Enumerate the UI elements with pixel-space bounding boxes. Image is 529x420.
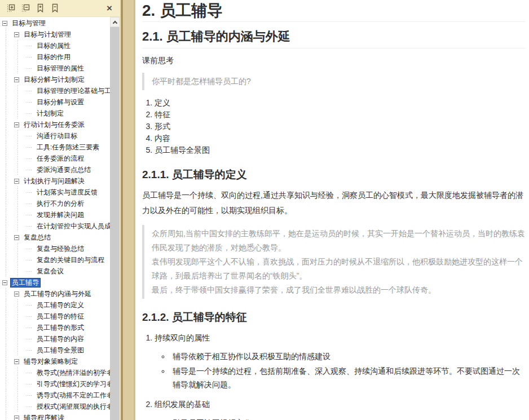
tree-item-label[interactable]: 目标管理的理论基础与工具 — [35, 86, 110, 96]
tree-item[interactable]: 目标与计划管理 — [0, 29, 110, 40]
tree-item-label[interactable]: 发现并解决问题 — [35, 210, 86, 220]
tree-guide-line — [2, 232, 14, 243]
tree-item-label[interactable]: 目标管理的属性 — [35, 64, 86, 73]
tree-item[interactable]: 目标与管理 — [0, 17, 110, 29]
tree-item[interactable]: 目标的属性 — [0, 40, 110, 51]
tree-guide-line — [14, 130, 26, 142]
tree-item[interactable]: 辅导程序解读 — [0, 412, 110, 420]
tree-item-label[interactable]: 复盘会议 — [35, 267, 65, 276]
tree-item[interactable]: 员工辅导的形式 — [0, 322, 110, 333]
tree-item[interactable]: 计划落实与进度反馈 — [0, 187, 110, 198]
collapse-box-icon[interactable] — [14, 235, 19, 240]
tree-item[interactable]: 沟通行动目标 — [0, 130, 110, 142]
tree-item[interactable]: 任务委派的流程 — [0, 153, 110, 164]
tree-item[interactable]: 目标的作用 — [0, 51, 110, 63]
tree-item-label[interactable]: 授权式(渴望展现的执行者) — [35, 402, 110, 412]
collapse-box-icon[interactable] — [14, 32, 19, 37]
tree-item-label[interactable]: 辅导程序解读 — [22, 413, 66, 420]
tree-item[interactable]: 复盘会议 — [0, 266, 110, 277]
tree-item-label[interactable]: 执行不力的分析 — [35, 199, 86, 209]
tree-item[interactable]: 复盘的关键目的与流程 — [0, 254, 110, 266]
tree-item-label[interactable]: 目标与管理 — [10, 19, 47, 28]
tree-item-label[interactable]: 目标的作用 — [35, 52, 72, 62]
tree-item-label[interactable]: 目标分解与计划制定 — [22, 75, 86, 85]
tree-item-label[interactable]: 工具:任务陈述三要素 — [35, 143, 101, 152]
tree-item-label[interactable]: 员工辅导的内涵与外延 — [22, 289, 93, 299]
tree-item[interactable]: 员工辅导的内涵与外延 — [0, 288, 110, 299]
tree-item-label[interactable]: 复盘与经验总结 — [35, 244, 86, 254]
tree-item[interactable]: 委派沟通要点总结 — [0, 164, 110, 175]
tree-item-label[interactable]: 辅导对象策略制定 — [22, 357, 80, 366]
tree-item[interactable]: 目标管理的属性 — [0, 63, 110, 74]
tree-item[interactable]: 教导式(热情洋溢的初学者) — [0, 367, 110, 378]
tree-item-label[interactable]: 计划执行与问题解决 — [22, 176, 86, 186]
tree-scrollbar[interactable] — [110, 17, 120, 420]
tree-item[interactable]: 计划制定 — [0, 108, 110, 119]
tree-item[interactable]: 发现并解决问题 — [0, 209, 110, 220]
tree-item-label[interactable]: 员工辅导的内容 — [35, 334, 86, 344]
collapse-box-icon[interactable] — [14, 359, 19, 364]
tree-item[interactable]: 目标分解与计划制定 — [0, 74, 110, 85]
tree-item-label[interactable]: 目标与计划管理 — [22, 30, 73, 39]
scroll-up-button[interactable] — [110, 17, 120, 27]
tree-item-label[interactable]: 员工辅导全景图 — [35, 346, 86, 355]
tree-item[interactable]: 员工辅导 — [0, 277, 110, 288]
tree-item[interactable]: 诱导式(动摇不定的工作者) — [0, 390, 110, 401]
tree-item-label[interactable]: 在计划管控中实现人员成长 — [35, 222, 110, 231]
tree-item-label[interactable]: 员工辅导的形式 — [35, 323, 86, 333]
tree-item-label[interactable]: 员工辅导的特征 — [35, 312, 86, 321]
collapse-all-icon[interactable] — [18, 2, 33, 15]
collapse-box-icon[interactable] — [14, 179, 19, 184]
tree-item-label[interactable]: 沟通行动目标 — [35, 131, 79, 141]
close-sidebar-button[interactable]: × — [103, 2, 116, 15]
tree-item[interactable]: 辅导对象策略制定 — [0, 356, 110, 367]
collapse-box-icon[interactable] — [14, 291, 19, 297]
tree-item-label[interactable]: 复盘总结 — [22, 233, 52, 242]
tree-item-label[interactable]: 委派沟通要点总结 — [35, 165, 92, 175]
tree-item-label[interactable]: 计划制定 — [35, 109, 65, 118]
tree-item-label[interactable]: 引导式(憧憬幻灭的学习者) — [35, 379, 110, 389]
tree-item[interactable]: 员工辅导的特征 — [0, 311, 110, 322]
tree-item[interactable]: 目标管理的理论基础与工具 — [0, 85, 110, 96]
tree-item-label[interactable]: 计划落实与进度反馈 — [35, 188, 99, 197]
tree-item[interactable]: 复盘总结 — [0, 232, 110, 243]
collapse-box-icon[interactable] — [2, 21, 7, 26]
tree-item-label[interactable]: 目标分解与设置 — [35, 98, 86, 107]
tree-connector — [26, 102, 33, 103]
tree-item[interactable]: 员工辅导的定义 — [0, 299, 110, 311]
collapse-box-icon[interactable] — [14, 415, 19, 420]
collapse-box-icon[interactable] — [2, 280, 7, 285]
tree-item-label[interactable]: 诱导式(动摇不定的工作者) — [35, 391, 110, 400]
tree-guide-line — [14, 108, 26, 119]
tree-item[interactable]: 工具:任务陈述三要素 — [0, 142, 110, 153]
tree-connector — [26, 406, 33, 407]
tree-item[interactable]: 计划执行与问题解决 — [0, 175, 110, 187]
tree-item-label[interactable]: 复盘的关键目的与流程 — [35, 255, 106, 265]
tree-item-label[interactable]: 教导式(热情洋溢的初学者) — [35, 368, 110, 378]
tree-item[interactable]: 目标分解与设置 — [0, 96, 110, 108]
tree-item[interactable]: 复盘与经验总结 — [0, 243, 110, 254]
chevron-up-icon — [112, 20, 117, 25]
collapse-box-icon[interactable] — [14, 77, 19, 82]
tree-connector — [26, 204, 33, 204]
tree-item-label[interactable]: 任务委派的流程 — [35, 154, 86, 163]
tree-item-label[interactable]: 员工辅导 — [10, 278, 41, 288]
tree-item[interactable]: 员工辅导全景图 — [0, 344, 110, 356]
tree-guide-line — [2, 254, 14, 266]
remove-bookmark-icon[interactable] — [47, 2, 62, 15]
collapse-box-icon[interactable] — [14, 122, 19, 127]
add-bookmark-icon[interactable] — [33, 2, 47, 15]
expand-all-icon[interactable] — [3, 2, 18, 15]
tree-item[interactable]: 在计划管控中实现人员成长 — [0, 220, 110, 232]
tree-item-label[interactable]: 目标的属性 — [35, 41, 72, 51]
tree-item[interactable]: 行动计划与任务委派 — [0, 119, 110, 130]
tree-item[interactable]: 引导式(憧憬幻灭的学习者) — [0, 378, 110, 390]
tree-item[interactable]: 员工辅导的内容 — [0, 333, 110, 344]
topic-item: 定义 — [155, 97, 526, 109]
tree-item[interactable]: 授权式(渴望展现的执行者) — [0, 401, 110, 412]
tree-guide-line — [14, 220, 26, 232]
tree-item-label[interactable]: 员工辅导的定义 — [35, 300, 86, 310]
tree-item[interactable]: 执行不力的分析 — [0, 198, 110, 209]
tree-item-label[interactable]: 行动计划与任务委派 — [22, 120, 86, 130]
sidebar-splitter[interactable] — [120, 0, 135, 420]
